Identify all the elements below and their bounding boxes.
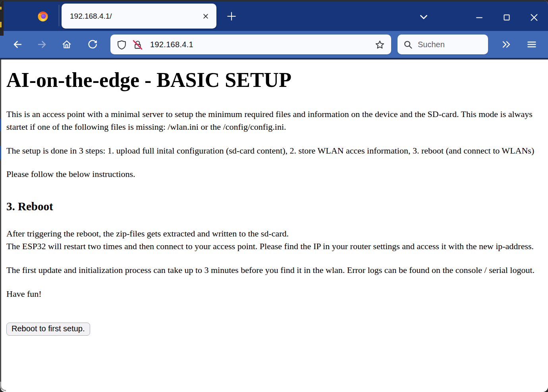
intro-paragraph-3: Please follow the below instructions. bbox=[6, 168, 542, 181]
insecure-lock-icon[interactable] bbox=[132, 39, 143, 50]
left-edge-blue-artifact bbox=[0, 119, 1, 131]
reload-button-icon[interactable] bbox=[86, 38, 99, 51]
back-button-icon[interactable] bbox=[11, 38, 24, 51]
section-heading-reboot: 3. Reboot bbox=[6, 198, 542, 215]
reboot-paragraph: After triggering the reboot, the zip-fil… bbox=[6, 227, 542, 253]
overflow-chevrons-icon[interactable] bbox=[500, 38, 513, 51]
note-paragraph: The first update and initialization proc… bbox=[6, 264, 542, 277]
reboot-line-1: After triggering the reboot, the zip-fil… bbox=[6, 229, 289, 238]
window-minimize-button[interactable] bbox=[473, 11, 486, 24]
left-edge-line-artifact bbox=[0, 60, 1, 390]
tab-divider bbox=[59, 5, 59, 26]
page-content: AI-on-the-edge - BASIC SETUP This is an … bbox=[0, 60, 548, 392]
search-box[interactable] bbox=[397, 35, 488, 54]
tab-title: 192.168.4.1/ bbox=[70, 12, 200, 21]
tab-bar: 192.168.4.1/ bbox=[0, 0, 548, 31]
page-title: AI-on-the-edge - BASIC SETUP bbox=[6, 68, 542, 92]
active-tab[interactable]: 192.168.4.1/ bbox=[62, 4, 216, 29]
left-edge-yellow-artifact bbox=[0, 22, 2, 27]
url-bar[interactable]: 192.168.4.1 bbox=[110, 35, 391, 54]
search-magnifier-icon bbox=[403, 40, 413, 50]
reboot-button[interactable]: Reboot to first setup. bbox=[6, 323, 90, 336]
tab-close-icon[interactable] bbox=[200, 10, 212, 22]
search-input[interactable] bbox=[417, 40, 477, 50]
tracking-protection-shield-icon[interactable] bbox=[117, 40, 127, 50]
navigation-toolbar: 192.168.4.1 bbox=[0, 31, 548, 60]
bookmark-star-icon[interactable] bbox=[375, 40, 385, 50]
left-edge-yellow-artifact bbox=[0, 7, 2, 10]
intro-paragraph-1: This is an access point with a minimal s… bbox=[6, 108, 542, 133]
reboot-line-2: The ESP32 will restart two times and the… bbox=[6, 241, 534, 251]
tab-list-chevron-icon[interactable] bbox=[418, 12, 429, 23]
forward-button-icon[interactable] bbox=[36, 38, 48, 51]
hamburger-menu-icon[interactable] bbox=[525, 38, 538, 51]
new-tab-icon[interactable] bbox=[225, 10, 238, 23]
window-maximize-button[interactable] bbox=[500, 11, 513, 24]
firefox-logo-icon bbox=[37, 10, 49, 22]
home-button-icon[interactable] bbox=[60, 38, 73, 51]
browser-window: 192.168.4.1/ bbox=[0, 0, 548, 392]
left-edge-artifact bbox=[0, 0, 4, 36]
signoff-paragraph: Have fun! bbox=[6, 288, 542, 300]
window-close-button[interactable] bbox=[528, 11, 540, 24]
intro-paragraph-2: The setup is done in 3 steps: 1. upload … bbox=[6, 144, 542, 157]
url-text: 192.168.4.1 bbox=[150, 40, 375, 49]
left-edge-blue-artifact bbox=[0, 146, 1, 159]
